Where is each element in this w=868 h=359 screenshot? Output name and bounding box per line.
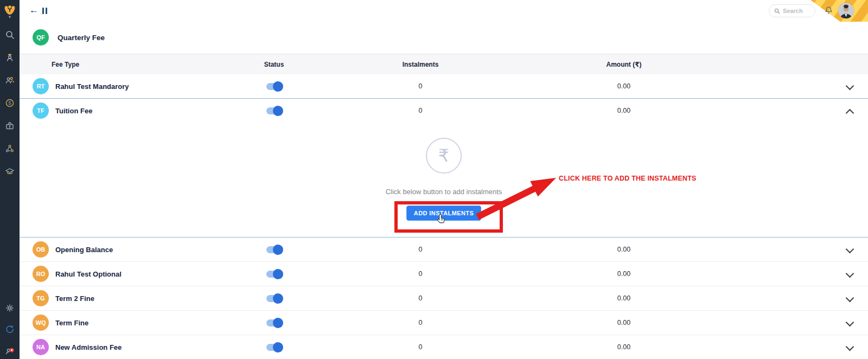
career-icon[interactable]: [4, 120, 15, 131]
page-title: Quarterly Fee: [58, 34, 105, 42]
sync-icon[interactable]: [4, 324, 15, 335]
chevron-down-icon[interactable]: [846, 82, 854, 91]
people-icon[interactable]: [4, 75, 15, 86]
instalments-value: 0: [419, 343, 423, 351]
status-toggle[interactable]: [266, 246, 282, 253]
chevron-down-icon[interactable]: [846, 270, 854, 278]
status-toggle[interactable]: [266, 295, 282, 302]
amount-value: 0.00: [617, 270, 630, 278]
amount-value: 0.00: [617, 294, 630, 302]
user-avatar[interactable]: [838, 3, 854, 18]
amount-value: 0.00: [617, 107, 630, 114]
fee-name: Opening Balance: [55, 246, 113, 254]
status-toggle[interactable]: [266, 344, 282, 351]
search-placeholder: Search: [783, 8, 803, 14]
status-toggle[interactable]: [266, 319, 282, 326]
table-row[interactable]: OB Opening Balance 0 0.00: [20, 238, 868, 262]
fee-name: Tuition Fee: [55, 107, 92, 115]
chevron-down-icon[interactable]: [846, 318, 854, 327]
chevron-up-icon[interactable]: [846, 109, 854, 118]
table-body: RT Rahul Test Mandarory 0 0.00 TF Tuitio…: [20, 74, 868, 359]
fee-avatar: TG: [33, 290, 49, 306]
chevron-down-icon[interactable]: [846, 294, 854, 303]
network-icon[interactable]: [4, 143, 15, 154]
add-instalments-button[interactable]: ADD INSTALMENTS: [406, 206, 481, 221]
student-icon[interactable]: [4, 52, 15, 63]
app-logo[interactable]: [0, 0, 20, 23]
table-row[interactable]: NA New Admission Fee 0 0.00: [20, 335, 868, 359]
main-area: ← Search QF Quarterly Fee Fee Type Statu…: [20, 0, 868, 359]
table-row[interactable]: TF Tuition Fee 0 0.00: [20, 98, 868, 123]
notification-bell-icon[interactable]: [824, 5, 833, 17]
amount-value: 0.00: [617, 343, 630, 351]
instalments-value: 0: [419, 270, 423, 278]
fees-icon[interactable]: $: [4, 98, 15, 108]
tulip-logo-icon: [3, 4, 16, 19]
instalments-value: 0: [419, 294, 423, 302]
table-row[interactable]: WQ Term Fine 0 0.00: [20, 311, 868, 335]
column-header-amount: Amount (₹): [607, 61, 642, 68]
back-arrow-icon[interactable]: ←: [29, 5, 39, 16]
amount-value: 0.00: [617, 246, 630, 253]
sidebar: $: [0, 0, 20, 359]
expanded-empty-state: ₹ Click below button to add instalments …: [20, 138, 868, 238]
table-row[interactable]: RT Rahul Test Mandarory 0 0.00: [20, 74, 868, 98]
fee-name: Rahul Test Mandarory: [55, 82, 129, 91]
rupee-circle-icon: ₹: [426, 138, 462, 174]
fee-avatar: RT: [33, 78, 49, 94]
table-row[interactable]: RO Rahul Test Optional 0 0.00: [20, 262, 868, 286]
amount-value: 0.00: [617, 82, 630, 90]
svg-text:$: $: [8, 100, 11, 106]
search-icon[interactable]: [4, 29, 15, 40]
status-toggle[interactable]: [266, 107, 282, 114]
search-input[interactable]: Search: [769, 4, 815, 17]
table-row[interactable]: TG Term 2 Fine 0 0.00: [20, 286, 868, 311]
sidebar-bottom-nav: [4, 303, 15, 356]
fee-avatar: RO: [33, 266, 49, 282]
fee-name: New Admission Fee: [55, 343, 122, 351]
column-header-instalments: Instalments: [403, 61, 439, 68]
fee-group-avatar: QF: [33, 29, 49, 46]
fee-avatar: NA: [33, 339, 49, 355]
search-pill-icon: [774, 8, 780, 14]
column-header-fee-type: Fee Type: [52, 61, 79, 68]
fee-name: Term 2 Fine: [55, 294, 94, 303]
support-icon[interactable]: [4, 345, 15, 356]
empty-state-caption: Click below button to add instalments: [20, 188, 868, 196]
fee-avatar: OB: [33, 241, 49, 258]
content: QF Quarterly Fee Fee Type Status Instalm…: [20, 22, 868, 359]
sidebar-nav: $: [4, 29, 15, 177]
amount-value: 0.00: [617, 319, 630, 326]
status-toggle[interactable]: [266, 83, 282, 90]
instalments-value: 0: [419, 82, 423, 90]
fee-name: Term Fine: [55, 319, 88, 327]
chevron-down-icon[interactable]: [846, 343, 854, 351]
fee-avatar: WQ: [33, 315, 49, 331]
topbar: ← Search: [20, 0, 868, 22]
fee-avatar: TF: [33, 102, 49, 119]
academics-icon[interactable]: [4, 166, 15, 177]
settings-gear-icon[interactable]: [4, 303, 15, 313]
instalments-value: 0: [419, 246, 423, 253]
instalments-value: 0: [419, 107, 423, 114]
collapse-sidebar-icon[interactable]: [42, 8, 47, 14]
chevron-down-icon[interactable]: [846, 245, 854, 254]
rupee-symbol: ₹: [438, 145, 449, 166]
instalments-value: 0: [419, 319, 423, 326]
column-header-status: Status: [264, 61, 284, 68]
table-header: Fee Type Status Instalments Amount (₹): [20, 54, 868, 75]
status-toggle[interactable]: [266, 271, 282, 278]
fee-group-header: QF Quarterly Fee: [33, 25, 105, 50]
fee-name: Rahul Test Optional: [55, 270, 122, 278]
